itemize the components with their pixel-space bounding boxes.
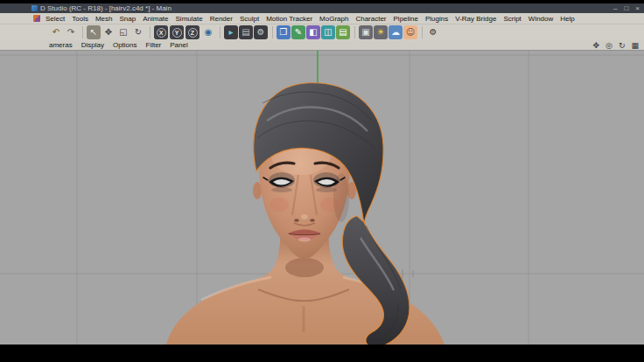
floor-object-icon[interactable]: ▤ [336, 25, 350, 39]
toolbar-separator [354, 26, 355, 38]
character-face-icon[interactable]: ☺ [403, 25, 417, 39]
menu-item-snap[interactable]: Snap [119, 15, 136, 23]
menu-item-pipeline[interactable]: Pipeline [394, 15, 418, 23]
menu-item-select[interactable]: Select [46, 15, 65, 23]
menu-item-motion-tracker[interactable]: Motion Tracker [266, 15, 312, 23]
layout-toggle-icon[interactable]: ▦ [631, 41, 639, 50]
camera-object-icon[interactable]: ▣ [359, 25, 373, 39]
viewport-menu-options[interactable]: Options [113, 41, 137, 49]
menu-item-window[interactable]: Window [528, 15, 553, 23]
subdivision-surface-icon[interactable]: ◧ [306, 25, 320, 39]
viewport-canvas[interactable] [0, 51, 644, 345]
app-icon [32, 5, 38, 11]
video-frame: D Studio (RC - R18) - [hairv2.c4d *] - M… [0, 0, 644, 362]
x-axis-label: X [157, 28, 166, 38]
letterbox-bottom [0, 345, 644, 362]
menu-item-simulate[interactable]: Simulate [176, 15, 203, 23]
menu-item-plugins[interactable]: Plugins [425, 15, 448, 23]
viewport-menu-filter[interactable]: Filter [146, 41, 162, 49]
toolbar-separator [422, 26, 423, 38]
redo-icon[interactable]: ↷ [64, 25, 78, 39]
menu-item-help[interactable]: Help [560, 15, 574, 23]
viewport-menu-panel[interactable]: Panel [170, 41, 187, 49]
render-view-icon[interactable]: ▸ [224, 25, 238, 39]
y-axis-lock-button[interactable]: Y [170, 25, 184, 39]
viewport-3d[interactable] [0, 51, 644, 345]
y-axis-label: Y [172, 28, 182, 38]
toolbar-separator [82, 26, 83, 38]
x-axis-lock-button[interactable]: X [154, 25, 168, 39]
menu-item-render[interactable]: Render [210, 15, 233, 23]
toolbar-separator [272, 26, 273, 38]
menu-item-mesh[interactable]: Mesh [95, 15, 113, 23]
sky-object-icon[interactable]: ☁ [388, 25, 402, 39]
menu-item-vray-bridge[interactable]: V-Ray Bridge [455, 15, 496, 23]
menu-item-tools[interactable]: Tools [72, 15, 88, 23]
toolbar-separator [220, 26, 220, 38]
z-axis-lock-button[interactable]: Z [186, 25, 200, 39]
array-object-icon[interactable]: ◫ [321, 25, 335, 39]
menu-item-script[interactable]: Script [503, 15, 521, 23]
viewport-menu-cameras[interactable]: ameras [49, 41, 73, 49]
minimize-button[interactable]: – [613, 3, 617, 13]
menu-bar: Select Tools Mesh Snap Animate Simulate … [0, 13, 644, 24]
window-title: D Studio (RC - R18) - [hairv2.c4d *] - M… [40, 3, 606, 13]
menu-item-mograph[interactable]: MoGraph [319, 15, 348, 23]
rotate-view-icon[interactable]: ↻ [619, 41, 626, 50]
scale-tool-icon[interactable]: ◱ [116, 25, 130, 39]
add-cube-icon[interactable]: ❒ [276, 25, 290, 39]
add-spline-icon[interactable]: ✎ [291, 25, 305, 39]
menu-item-animate[interactable]: Animate [143, 15, 168, 23]
move-tool-icon[interactable]: ✥ [102, 25, 116, 39]
document-icon [33, 15, 40, 22]
gear-icon[interactable]: ⚙ [426, 25, 440, 39]
menu-item-character[interactable]: Character [355, 15, 386, 23]
viewport-menu-bar: ameras Display Options Filter Panel ✥ ◎ … [0, 40, 644, 51]
rotate-tool-icon[interactable]: ↻ [131, 25, 145, 39]
neck-shadow [285, 258, 324, 277]
zoom-view-icon[interactable]: ◎ [606, 41, 612, 50]
menu-item-sculpt[interactable]: Sculpt [240, 15, 259, 23]
coordinate-system-icon[interactable]: ◉ [201, 25, 215, 39]
z-axis-label: Z [188, 28, 198, 38]
maximize-button[interactable]: □ [624, 3, 628, 13]
viewport-menu-display[interactable]: Display [81, 41, 104, 49]
render-settings-icon[interactable]: ⚙ [254, 25, 268, 39]
light-object-icon[interactable]: ☀ [374, 25, 388, 39]
undo-icon[interactable]: ↶ [49, 25, 63, 39]
render-picture-viewer-icon[interactable]: ▤ [239, 25, 253, 39]
pan-view-icon[interactable]: ✥ [593, 41, 600, 50]
toolbar-separator [150, 26, 150, 38]
window-titlebar: D Studio (RC - R18) - [hairv2.c4d *] - M… [0, 3, 644, 13]
main-toolbar: ↶ ↷ ↖ ✥ ◱ ↻ X Y Z ◉ ▸ ▤ ⚙ ❒ ✎ ◧ ◫ ▤ ▣ ☀ … [0, 24, 644, 40]
live-selection-icon[interactable]: ↖ [87, 25, 101, 39]
close-button[interactable]: × [635, 3, 640, 13]
